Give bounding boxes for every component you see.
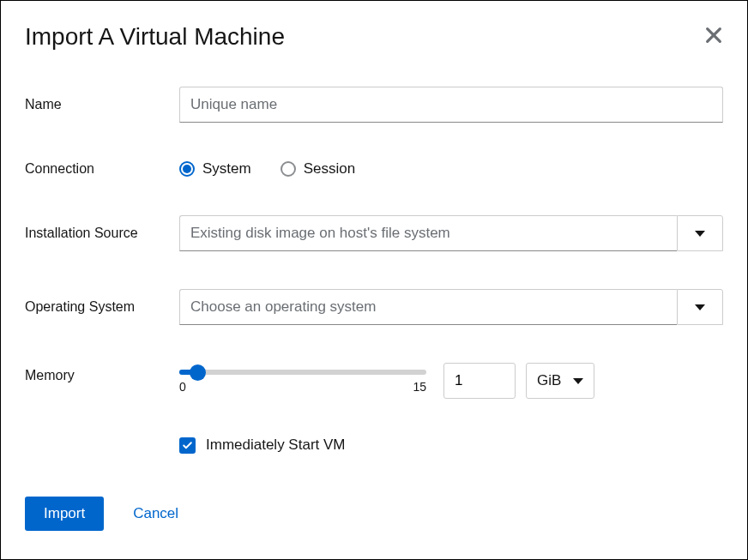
close-icon[interactable] [704, 26, 723, 48]
name-label: Name [25, 97, 179, 112]
operating-system-dropdown-button[interactable] [677, 289, 723, 325]
installation-source-dropdown-button[interactable] [677, 215, 723, 251]
installation-source-row: Installation Source [25, 215, 723, 251]
installation-source-label: Installation Source [25, 226, 179, 241]
immediately-start-label: Immediately Start VM [206, 437, 346, 454]
caret-down-icon [695, 231, 705, 237]
name-row: Name [25, 87, 723, 123]
operating-system-row: Operating System [25, 289, 723, 325]
connection-label: Connection [25, 161, 179, 177]
operating-system-combo [179, 289, 723, 325]
connection-session-label: Session [304, 160, 355, 178]
connection-session-radio[interactable]: Session [280, 160, 355, 178]
memory-unit-select[interactable]: GiB [526, 363, 594, 399]
radio-checked-icon [179, 161, 195, 177]
slider-range-labels: 0 15 [179, 380, 426, 394]
dialog-header: Import A Virtual Machine [25, 23, 723, 51]
checkmark-icon [182, 440, 193, 451]
slider-min-label: 0 [179, 380, 186, 394]
import-button[interactable]: Import [25, 497, 104, 531]
slider-max-label: 15 [413, 380, 426, 394]
slider-track [179, 370, 426, 375]
memory-value-input[interactable] [443, 363, 516, 399]
immediately-start-row: Immediately Start VM [179, 437, 723, 454]
caret-down-icon [695, 304, 705, 310]
dialog-footer: Import Cancel [25, 497, 723, 531]
immediately-start-checkbox[interactable] [179, 437, 196, 454]
slider-thumb[interactable] [190, 364, 206, 381]
caret-down-icon [573, 378, 583, 384]
connection-system-radio[interactable]: System [179, 160, 251, 178]
memory-label: Memory [25, 363, 179, 383]
connection-radio-group: System Session [179, 160, 355, 178]
installation-source-combo [179, 215, 723, 251]
operating-system-input[interactable] [179, 289, 677, 325]
connection-system-label: System [202, 160, 251, 178]
cancel-button[interactable]: Cancel [133, 505, 178, 522]
dialog-title: Import A Virtual Machine [25, 23, 285, 51]
memory-row: Memory 0 15 GiB [25, 363, 723, 399]
operating-system-label: Operating System [25, 299, 179, 315]
installation-source-input[interactable] [179, 215, 677, 251]
name-input[interactable] [179, 87, 723, 123]
radio-unchecked-icon [280, 161, 296, 177]
connection-row: Connection System Session [25, 160, 723, 178]
memory-slider[interactable]: 0 15 [179, 363, 426, 394]
memory-unit-label: GiB [537, 372, 561, 389]
